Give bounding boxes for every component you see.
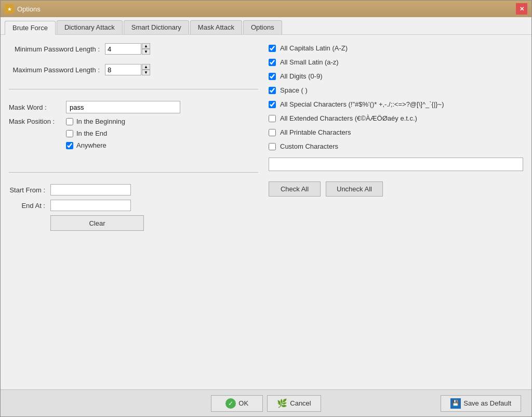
min-password-row: Minimum Password Length : ▲ ▼ [9,43,258,55]
bottom-center-buttons: ✓ OK 🌿 Cancel [211,395,321,412]
min-password-down[interactable]: ▼ [142,49,150,55]
all-special-checkbox[interactable] [269,101,276,108]
in-the-end-checkbox[interactable] [66,130,73,137]
mask-word-input[interactable] [66,101,180,113]
all-printable-checkbox[interactable] [269,129,276,136]
all-small-label: All Small Latin (a-z) [280,58,339,66]
left-panel: Minimum Password Length : ▲ ▼ Maximum Pa… [9,43,258,381]
min-password-spinner-buttons: ▲ ▼ [142,43,150,55]
space-label: Space ( ) [280,86,308,94]
in-the-beginning-label: In the Beginning [76,118,125,125]
all-digits-row: All Digits (0-9) [269,71,523,81]
check-buttons-row: Check All Uncheck All [269,181,523,197]
tab-dictionary-attack[interactable]: Dictionary Attack [57,20,123,34]
all-printable-row: All Printable Characters [269,127,523,137]
cancel-button[interactable]: 🌿 Cancel [267,395,321,412]
all-digits-label: All Digits (0-9) [280,72,323,80]
start-from-input[interactable] [50,184,131,196]
separator-1 [9,89,258,89]
content-area: Minimum Password Length : ▲ ▼ Maximum Pa… [1,35,531,389]
min-password-up[interactable]: ▲ [142,43,150,49]
max-password-down[interactable]: ▼ [142,70,150,75]
uncheck-all-button[interactable]: Uncheck All [326,181,383,197]
right-panel: All Capitals Latin (A-Z) All Small Latin… [269,43,523,381]
tabs-bar: Brute Force Dictionary Attack Smart Dict… [1,17,531,35]
check-all-button[interactable]: Check All [269,181,321,197]
save-as-default-button[interactable]: 💾 Save as Default [441,395,521,412]
all-extended-row: All Extended Characters (€©ÀÆÖØaéy e.t.c… [269,113,523,123]
all-small-row: All Small Latin (a-z) [269,57,523,67]
all-capitals-checkbox[interactable] [269,45,276,52]
end-at-label: End At : [9,202,45,210]
custom-chars-row: Custom Characters [269,141,523,151]
anywhere-option[interactable]: Anywhere [66,141,125,149]
ok-label: OK [238,399,248,407]
all-extended-checkbox[interactable] [269,115,276,122]
tab-brute-force[interactable]: Brute Force [5,21,56,35]
start-from-label: Start From : [9,186,45,194]
save-icon: 💾 [450,398,461,409]
all-special-row: All Special Characters (!"#$%'()* +,-./;… [269,99,523,109]
bottom-bar-inner: ✓ OK 🌿 Cancel 💾 Save as Default [1,395,531,412]
mask-position-label: Mask Position : [9,118,61,125]
max-password-spinner: ▲ ▼ [105,64,150,75]
mask-word-row: Mask Word : [9,101,258,113]
end-at-row: End At : [9,200,258,211]
max-password-up[interactable]: ▲ [142,64,150,70]
tab-options[interactable]: Options [243,20,282,34]
clear-button[interactable]: Clear [50,215,144,231]
max-password-row: Maximum Password Length : ▲ ▼ [9,64,258,75]
mask-word-label: Mask Word : [9,103,61,111]
save-as-default-label: Save as Default [463,399,511,407]
ok-icon: ✓ [225,398,236,409]
anywhere-checkbox[interactable] [66,142,73,149]
custom-chars-label: Custom Characters [280,142,338,150]
max-password-label: Maximum Password Length : [9,66,100,74]
ok-button[interactable]: ✓ OK [211,395,263,412]
all-extended-label: All Extended Characters (€©ÀÆÖØaéy e.t.c… [280,114,417,122]
min-password-label: Minimum Password Length : [9,45,100,53]
end-at-input[interactable] [50,200,131,211]
in-the-end-option[interactable]: In the End [66,129,125,137]
options-window: ★ Options ✕ Brute Force Dictionary Attac… [0,0,532,417]
window-title: Options [17,5,41,13]
bottom-bar: ✓ OK 🌿 Cancel 💾 Save as Default [1,389,531,416]
mask-position-section: Mask Position : In the Beginning In the … [9,118,258,149]
start-from-row: Start From : [9,184,258,196]
max-password-spinner-buttons: ▲ ▼ [142,64,150,75]
min-password-input[interactable] [105,43,141,55]
in-the-beginning-option[interactable]: In the Beginning [66,118,125,125]
title-bar-left: ★ Options [5,4,41,14]
app-icon: ★ [5,4,14,14]
mask-section: Mask Word : Mask Position : In the Begin… [9,101,258,149]
title-bar: ★ Options ✕ [1,1,531,17]
bottom-right-buttons: 💾 Save as Default [441,395,521,412]
space-row: Space ( ) [269,85,523,95]
tab-mask-attack[interactable]: Mask Attack [190,20,242,34]
cancel-icon: 🌿 [277,398,287,409]
all-small-checkbox[interactable] [269,59,276,66]
space-checkbox[interactable] [269,87,276,94]
all-digits-checkbox[interactable] [269,73,276,80]
all-special-label: All Special Characters (!"#$%'()* +,-./;… [280,100,444,108]
custom-chars-checkbox[interactable] [269,143,276,150]
start-end-section: Start From : End At : Clear [9,184,258,231]
cancel-label: Cancel [290,399,311,407]
close-button[interactable]: ✕ [516,3,527,15]
tab-smart-dictionary[interactable]: Smart Dictionary [124,20,189,34]
all-capitals-row: All Capitals Latin (A-Z) [269,43,523,53]
in-the-beginning-checkbox[interactable] [66,118,73,125]
separator-2 [9,172,258,173]
custom-chars-input[interactable] [269,158,523,171]
max-password-input[interactable] [105,64,141,75]
anywhere-label: Anywhere [76,141,107,149]
min-password-spinner: ▲ ▼ [105,43,150,55]
all-capitals-label: All Capitals Latin (A-Z) [280,44,348,52]
in-the-end-label: In the End [76,129,107,137]
all-printable-label: All Printable Characters [280,128,351,136]
